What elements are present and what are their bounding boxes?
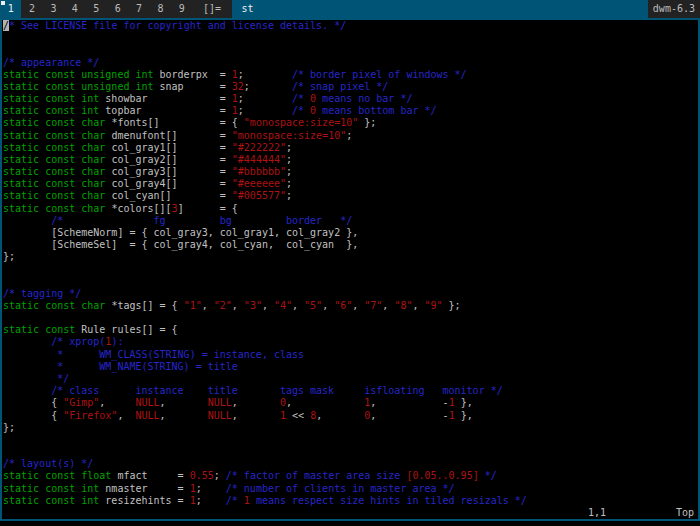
code-token: means bottom bar */ xyxy=(316,105,436,116)
code-token: "9" xyxy=(425,300,443,311)
code-token: 32 xyxy=(232,81,244,92)
code-line: */ xyxy=(3,373,698,385)
code-token xyxy=(3,385,51,396)
code-line xyxy=(3,276,698,288)
code-token: col_gray1[] = xyxy=(105,142,231,153)
tag-2[interactable]: 2 xyxy=(21,0,42,18)
code-token: showbar = xyxy=(99,93,231,104)
code-token: , xyxy=(286,397,364,408)
code-token: , xyxy=(262,300,274,311)
code-line: /* tagging */ xyxy=(3,288,698,300)
code-line: static const char *tags[] = { "1", "2", … xyxy=(3,300,698,312)
code-token: static const char xyxy=(3,130,105,141)
scroll-position: Top xyxy=(676,507,694,519)
code-line xyxy=(3,44,698,56)
tag-6[interactable]: 6 xyxy=(107,0,128,18)
code-token: col_gray4[] = xyxy=(105,178,231,189)
tag-client-indicator xyxy=(1,1,5,5)
code-line: static const char col_gray2[] = "#444444… xyxy=(3,154,698,166)
code-line: static const char col_gray3[] = "#bbbbbb… xyxy=(3,166,698,178)
code-token xyxy=(3,336,51,347)
code-line: /* fg bg border */ xyxy=(3,215,698,227)
code-token: ; xyxy=(346,130,352,141)
code-token: /* class instance title tags mask isfloa… xyxy=(51,385,503,396)
code-token: ] = { xyxy=(178,203,238,214)
code-token: /* factor of master area size xyxy=(226,470,407,481)
tag-8[interactable]: 8 xyxy=(150,0,171,18)
tag-7[interactable]: 7 xyxy=(128,0,149,18)
code-line: { "Gimp", NULL, NULL, 0, 1, -1 }, xyxy=(3,397,698,409)
code-line: static const char col_gray4[] = "#eeeeee… xyxy=(3,178,698,190)
code-token: snap = xyxy=(154,81,232,92)
code-line: [SchemeNorm] = { col_gray3, col_gray1, c… xyxy=(3,227,698,239)
code-token: /* snap pixel */ xyxy=(292,81,388,92)
code-token: "#222222" xyxy=(232,142,286,153)
code-token: , xyxy=(117,410,135,421)
code-token: /* appearance */ xyxy=(3,57,99,68)
cursor-position: 1,1 xyxy=(588,507,606,519)
code-token: static const char xyxy=(3,203,105,214)
window-title: st xyxy=(232,0,648,18)
code-token: /* border pixel of windows */ xyxy=(292,69,467,80)
code-token: NULL xyxy=(208,410,232,421)
tag-9[interactable]: 9 xyxy=(171,0,192,18)
code-line: /* See LICENSE file for copyright and li… xyxy=(3,20,698,32)
code-line xyxy=(3,434,698,446)
code-token: { xyxy=(3,410,63,421)
code-token: * See LICENSE file for copyright and lic… xyxy=(9,20,346,31)
code-token: static const char xyxy=(3,142,105,153)
code-token: *tags[] = { xyxy=(105,300,183,311)
code-token: "3" xyxy=(244,300,262,311)
tag-1[interactable]: 1 xyxy=(0,0,21,18)
code-line: static const float mfact = 0.55; /* fact… xyxy=(3,470,698,482)
code-token: "monospace:size=10" xyxy=(244,117,358,128)
layout-symbol[interactable]: []= xyxy=(193,0,232,18)
code-token: /* number of clients in master area */ xyxy=(226,483,455,494)
code-line: static const char col_cyan[] = "#005577"… xyxy=(3,190,698,202)
code-token: , xyxy=(322,300,334,311)
code-token: , xyxy=(232,410,280,421)
code-token: /* xyxy=(292,105,310,116)
tag-list: 123456789 xyxy=(0,0,193,18)
code-token: static const char xyxy=(3,190,105,201)
code-token: static const char xyxy=(3,117,105,128)
code-token: "8" xyxy=(394,300,412,311)
code-token: ): xyxy=(111,336,123,347)
code-token: Rule rules[] = { xyxy=(75,324,177,335)
code-token: }; xyxy=(3,251,15,262)
code-token: static const char xyxy=(3,154,105,165)
code-token: ; xyxy=(238,93,292,104)
code-token: NULL xyxy=(135,410,159,421)
code-token: "Gimp" xyxy=(63,397,99,408)
code-token: ; xyxy=(286,190,292,201)
tag-4[interactable]: 4 xyxy=(64,0,85,18)
code-token: * WM_NAME(STRING) = title xyxy=(3,361,238,372)
tag-5[interactable]: 5 xyxy=(86,0,107,18)
code-token: 0.55 xyxy=(190,470,214,481)
vim-statusline: "config.h" 116L, 6370B 1,1 Top xyxy=(2,507,698,519)
code-token: /* xyxy=(292,93,310,104)
vim-editor[interactable]: /* See LICENSE file for copyright and li… xyxy=(2,20,698,507)
code-line: { "Firefox", NULL, NULL, 1 << 8, 0, -1 }… xyxy=(3,410,698,422)
code-token: }; xyxy=(3,422,15,433)
code-token: ; xyxy=(286,154,292,165)
code-token: [SchemeSel] = { col_gray4, col_cyan, col… xyxy=(3,239,358,250)
code-token: /* xyxy=(226,495,244,506)
code-token: , xyxy=(352,300,364,311)
code-token: col_gray3[] = xyxy=(105,166,231,177)
code-token: , xyxy=(292,300,304,311)
code-token: static const float xyxy=(3,470,111,481)
code-token: NULL xyxy=(135,397,159,408)
code-token: , xyxy=(99,397,135,408)
code-line: static const char *colors[][3] = { xyxy=(3,203,698,215)
code-token: ; xyxy=(196,495,226,506)
code-token: ; xyxy=(238,69,292,80)
tag-3[interactable]: 3 xyxy=(43,0,64,18)
code-line: static const int topbar = 1; /* 0 means … xyxy=(3,105,698,117)
code-token: static const int xyxy=(3,105,99,116)
code-line xyxy=(3,312,698,324)
code-line: static const char col_gray1[] = "#222222… xyxy=(3,142,698,154)
code-line: /* xprop(1): xyxy=(3,336,698,348)
code-token: *colors[][ xyxy=(105,203,171,214)
code-token: , - xyxy=(370,397,448,408)
